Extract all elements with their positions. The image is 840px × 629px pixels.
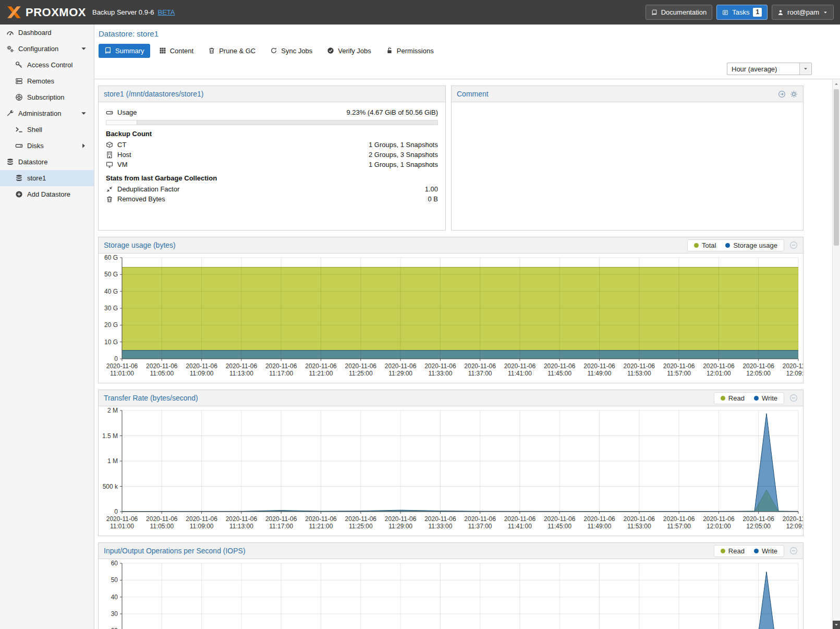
sidebar-item-label: Shell <box>27 126 42 134</box>
svg-text:2020-11-06: 2020-11-06 <box>544 362 576 370</box>
usage-value: 9.23% (4.67 GiB of 50.56 GiB) <box>346 108 438 116</box>
time-range-combobox[interactable]: Hour (average) <box>727 63 812 75</box>
scroll-up-button[interactable] <box>833 80 840 88</box>
svg-text:2020-11-06: 2020-11-06 <box>305 362 337 370</box>
svg-text:11:25:00: 11:25:00 <box>349 523 373 530</box>
sidebar-item-label: Configuration <box>18 45 58 53</box>
legend-storage-usage[interactable]: Storage usage <box>725 241 777 249</box>
circle-arrow-icon[interactable] <box>778 90 786 98</box>
svg-text:12:01:00: 12:01:00 <box>707 523 731 530</box>
proxmox-x-icon <box>6 5 22 20</box>
tab-label: Permissions <box>397 47 434 55</box>
topbar-actions: Documentation Tasks 1 root@pam <box>646 5 834 20</box>
tab-sync-jobs[interactable]: Sync Jobs <box>264 44 318 58</box>
sidebar: Dashboard Configuration Access Control R… <box>0 25 94 629</box>
sidebar-item-store1[interactable]: store1 <box>0 170 94 186</box>
legend-write[interactable]: Write <box>754 394 777 402</box>
svg-text:2020-11-06: 2020-11-06 <box>424 362 456 370</box>
legend-dot <box>754 549 759 553</box>
sidebar-item-label: Remotes <box>27 77 54 85</box>
sidebar-item-subscription[interactable]: Subscription <box>0 89 94 105</box>
wrench-icon <box>6 110 14 117</box>
row-label: Removed Bytes <box>117 195 165 203</box>
svg-text:40 G: 40 G <box>104 288 118 295</box>
svg-text:2020-11-06: 2020-11-06 <box>583 362 615 370</box>
chart-title: Transfer Rate (bytes/second) <box>104 394 198 402</box>
sidebar-item-shell[interactable]: Shell <box>0 122 94 138</box>
comment-body[interactable] <box>452 102 803 230</box>
legend-read[interactable]: Read <box>721 394 745 402</box>
tab-verify-jobs[interactable]: Verify Jobs <box>321 44 377 58</box>
host-count-row: Host 2 Groups, 3 Snapshots <box>106 150 438 160</box>
svg-text:2020-11-06: 2020-11-06 <box>146 362 178 370</box>
collapse-chart-icon[interactable] <box>789 394 798 402</box>
vertical-scrollbar[interactable] <box>832 80 840 629</box>
svg-text:2020-11-06: 2020-11-06 <box>305 515 337 523</box>
tab-label: Summary <box>115 47 144 55</box>
sidebar-item-disks[interactable]: Disks <box>0 138 94 154</box>
chevron-right-icon <box>80 142 88 150</box>
database-icon <box>6 158 14 166</box>
gear-icon[interactable] <box>790 90 798 98</box>
svg-text:2020-11-06: 2020-11-06 <box>265 515 297 523</box>
tab-summary[interactable]: Summary <box>99 44 150 58</box>
svg-text:2020-11-06: 2020-11-06 <box>464 362 496 370</box>
svg-text:30: 30 <box>111 610 118 618</box>
sidebar-item-datastore[interactable]: Datastore <box>0 154 94 170</box>
svg-text:11:49:00: 11:49:00 <box>588 523 612 530</box>
proxmox-logo: PROXMOX <box>6 5 86 20</box>
usage-label: Usage <box>117 108 137 116</box>
svg-text:2020-11-06: 2020-11-06 <box>424 515 456 523</box>
sidebar-item-label: Disks <box>27 142 44 150</box>
beta-link[interactable]: BETA <box>157 8 175 16</box>
comment-panel: Comment <box>451 86 804 231</box>
trash-icon <box>208 47 215 54</box>
sidebar-item-dashboard[interactable]: Dashboard <box>0 25 94 41</box>
sidebar-item-label: Datastore <box>18 158 47 166</box>
svg-text:11:05:00: 11:05:00 <box>150 370 174 377</box>
legend-read[interactable]: Read <box>721 547 745 555</box>
tasks-button[interactable]: Tasks 1 <box>716 5 768 20</box>
user-menu-button[interactable]: root@pam <box>772 5 834 20</box>
legend-label: Storage usage <box>733 241 777 249</box>
legend-write[interactable]: Write <box>754 547 777 555</box>
brand-wordmark: PROXMOX <box>26 6 86 19</box>
svg-text:2020-11-06: 2020-11-06 <box>186 362 217 370</box>
scrollbar-thumb[interactable] <box>834 89 839 246</box>
sidebar-item-access-control[interactable]: Access Control <box>0 57 94 73</box>
svg-text:1.5 M: 1.5 M <box>102 432 118 440</box>
tab-prune-gc[interactable]: Prune & GC <box>202 44 261 58</box>
collapse-chart-icon[interactable] <box>789 547 798 555</box>
sidebar-item-add-datastore[interactable]: Add Datastore <box>0 186 94 202</box>
gc-stats-header: Stats from last Garbage Collection <box>106 174 438 182</box>
svg-text:2020-11-06: 2020-11-06 <box>265 362 297 370</box>
plus-circle-icon <box>15 190 23 198</box>
svg-text:11:57:00: 11:57:00 <box>667 370 691 377</box>
usage-progress-fill <box>106 120 137 125</box>
svg-text:30 G: 30 G <box>104 305 118 312</box>
sidebar-item-configuration[interactable]: Configuration <box>0 41 94 57</box>
svg-text:2020-11-06: 2020-11-06 <box>663 515 695 523</box>
tab-content[interactable]: Content <box>153 44 200 58</box>
documentation-button[interactable]: Documentation <box>646 5 712 20</box>
removed-bytes-row: Removed Bytes 0 B <box>106 194 438 204</box>
tab-permissions[interactable]: Permissions <box>380 44 440 58</box>
svg-text:2020-11-06: 2020-11-06 <box>742 362 774 370</box>
legend-total[interactable]: Total <box>694 241 716 249</box>
usage-progressbar <box>106 120 438 125</box>
sidebar-item-label: Access Control <box>27 61 72 69</box>
sidebar-item-administration[interactable]: Administration <box>0 105 94 122</box>
scroll-down-button[interactable] <box>833 621 840 629</box>
summary-scroll-area: store1 (/mnt/datastores/store1) Usage 9.… <box>94 79 840 629</box>
hdd-icon <box>106 109 113 116</box>
collapse-chart-icon[interactable] <box>789 241 798 249</box>
svg-text:11:41:00: 11:41:00 <box>508 523 532 530</box>
svg-text:12:05:00: 12:05:00 <box>746 370 771 377</box>
svg-text:11:01:00: 11:01:00 <box>110 523 134 530</box>
svg-text:2020-11-06: 2020-11-06 <box>663 362 695 370</box>
caret-up-icon <box>834 81 839 87</box>
legend-dot <box>721 549 725 553</box>
combo-trigger[interactable] <box>799 63 811 75</box>
sidebar-item-remotes[interactable]: Remotes <box>0 73 94 89</box>
legend-label: Write <box>762 547 777 555</box>
